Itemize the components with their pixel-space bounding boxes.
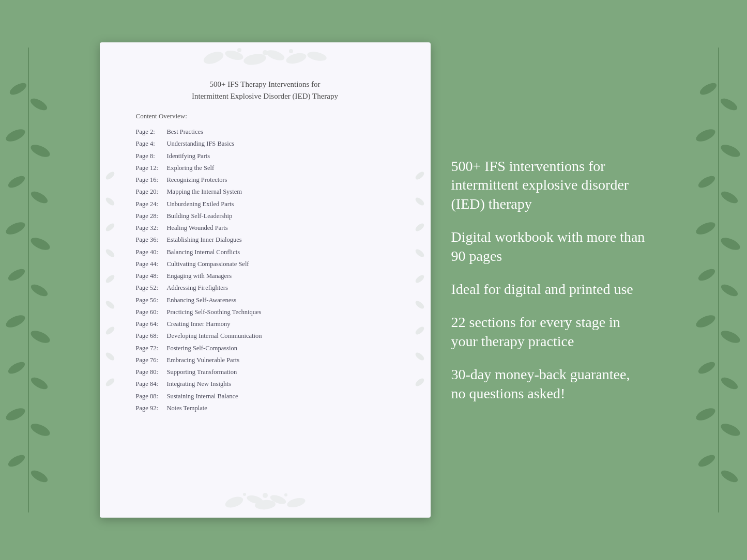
toc-item: Page 72:Fostering Self-Compassion — [136, 343, 394, 354]
svg-point-18 — [29, 468, 49, 485]
svg-point-61 — [695, 220, 717, 237]
toc-title: Identifying Parts — [167, 151, 210, 162]
toc-page-number: Page 64: — [136, 319, 167, 330]
svg-point-33 — [104, 300, 116, 310]
toc-page-number: Page 36: — [136, 235, 167, 245]
toc-title: Sustaining Internal Balance — [167, 391, 238, 402]
toc-item: Page 56:Enhancing Self-Awareness — [136, 295, 394, 306]
toc-title: Cultivating Compassionate Self — [167, 259, 249, 270]
svg-point-34 — [104, 325, 116, 336]
toc-page-number: Page 92: — [136, 403, 167, 414]
table-of-contents: Page 2:Best PracticesPage 4:Understandin… — [136, 127, 394, 414]
toc-page-number: Page 88: — [136, 391, 167, 402]
svg-point-23 — [285, 51, 307, 66]
toc-item: Page 40:Balancing Internal Conflicts — [136, 247, 394, 258]
svg-point-11 — [5, 313, 27, 330]
svg-point-66 — [719, 328, 742, 345]
info-item-3: Ideal for digital and printed use — [451, 280, 648, 299]
svg-point-64 — [719, 282, 739, 299]
svg-point-39 — [414, 222, 425, 233]
svg-point-14 — [29, 375, 49, 392]
svg-point-57 — [695, 127, 717, 144]
toc-title: Healing Wounded Parts — [167, 223, 228, 234]
svg-point-38 — [414, 196, 425, 207]
info-panel: 500+ IFS interventions for intermittent … — [451, 147, 648, 413]
toc-page-number: Page 28: — [136, 211, 167, 222]
svg-point-72 — [719, 468, 739, 485]
toc-title: Fostering Self-Compassion — [167, 343, 237, 354]
toc-title: Balancing Internal Conflicts — [167, 247, 240, 258]
toc-title: Supporting Transformation — [167, 367, 237, 378]
toc-item: Page 24:Unburdening Exiled Parts — [136, 199, 394, 210]
toc-title: Developing Internal Communication — [167, 331, 262, 341]
toc-page-number: Page 80: — [136, 367, 167, 378]
toc-title: Practicing Self-Soothing Techniques — [167, 307, 262, 318]
svg-point-29 — [104, 196, 116, 207]
info-item-4: 22 sections for every stage in your ther… — [451, 313, 648, 351]
book-title: 500+ IFS Therapy Interventions for Inter… — [136, 79, 394, 102]
toc-page-number: Page 32: — [136, 223, 167, 234]
svg-point-17 — [6, 453, 26, 469]
svg-point-8 — [29, 235, 52, 252]
svg-point-45 — [414, 377, 425, 388]
book-bottom-decoration — [100, 487, 431, 518]
svg-point-9 — [6, 267, 26, 283]
content-overview-label: Content Overview: — [136, 112, 394, 120]
svg-point-41 — [414, 274, 425, 285]
toc-item: Page 12:Exploring the Self — [136, 163, 394, 174]
svg-point-22 — [265, 48, 285, 62]
svg-point-16 — [29, 421, 52, 438]
info-item-1: 500+ IFS interventions for intermittent … — [451, 157, 648, 213]
svg-point-53 — [284, 493, 287, 496]
svg-point-40 — [414, 248, 425, 259]
svg-point-63 — [696, 267, 716, 283]
svg-point-50 — [286, 496, 306, 509]
book-right-side-decoration — [414, 150, 426, 410]
left-leaf-decoration — [0, 0, 57, 560]
svg-point-56 — [719, 96, 739, 113]
toc-title: Notes Template — [167, 403, 207, 414]
svg-point-67 — [696, 360, 716, 376]
toc-item: Page 80:Supporting Transformation — [136, 367, 394, 378]
svg-point-13 — [6, 360, 26, 376]
toc-page-number: Page 48: — [136, 271, 167, 282]
toc-item: Page 88:Sustaining Internal Balance — [136, 391, 394, 402]
svg-point-65 — [695, 313, 717, 330]
svg-point-27 — [289, 49, 293, 53]
toc-title: Understanding IFS Basics — [167, 138, 235, 149]
toc-item: Page 64:Creating Inner Harmony — [136, 319, 394, 330]
toc-page-number: Page 40: — [136, 247, 167, 258]
right-leaf-decoration — [690, 0, 747, 560]
toc-item: Page 4:Understanding IFS Basics — [136, 138, 394, 149]
toc-item: Page 68:Developing Internal Communicatio… — [136, 331, 394, 341]
svg-point-59 — [696, 174, 716, 190]
toc-page-number: Page 2: — [136, 127, 167, 137]
toc-page-number: Page 68: — [136, 331, 167, 341]
toc-page-number: Page 72: — [136, 343, 167, 354]
toc-item: Page 52:Addressing Firefighters — [136, 283, 394, 293]
svg-point-19 — [202, 50, 224, 66]
svg-point-42 — [414, 300, 425, 310]
svg-point-52 — [243, 493, 246, 496]
toc-page-number: Page 84: — [136, 379, 167, 390]
toc-title: Addressing Firefighters — [167, 283, 228, 293]
svg-point-2 — [28, 96, 49, 113]
svg-point-4 — [29, 142, 52, 159]
toc-item: Page 92:Notes Template — [136, 403, 394, 414]
svg-point-7 — [5, 220, 27, 237]
svg-point-60 — [719, 189, 739, 206]
book-left-side-decoration — [104, 150, 117, 410]
svg-point-31 — [104, 248, 116, 259]
svg-point-26 — [237, 48, 241, 52]
book-panel: 500+ IFS Therapy Interventions for Inter… — [100, 42, 431, 518]
svg-point-12 — [29, 328, 52, 345]
toc-item: Page 8:Identifying Parts — [136, 151, 394, 162]
svg-point-15 — [5, 406, 27, 423]
svg-point-68 — [719, 375, 739, 392]
svg-point-69 — [695, 406, 717, 423]
toc-item: Page 48:Engaging with Managers — [136, 271, 394, 282]
toc-page-number: Page 24: — [136, 199, 167, 210]
toc-item: Page 20:Mapping the Internal System — [136, 186, 394, 197]
toc-title: Integrating New Insights — [167, 379, 231, 390]
svg-point-58 — [719, 142, 742, 159]
